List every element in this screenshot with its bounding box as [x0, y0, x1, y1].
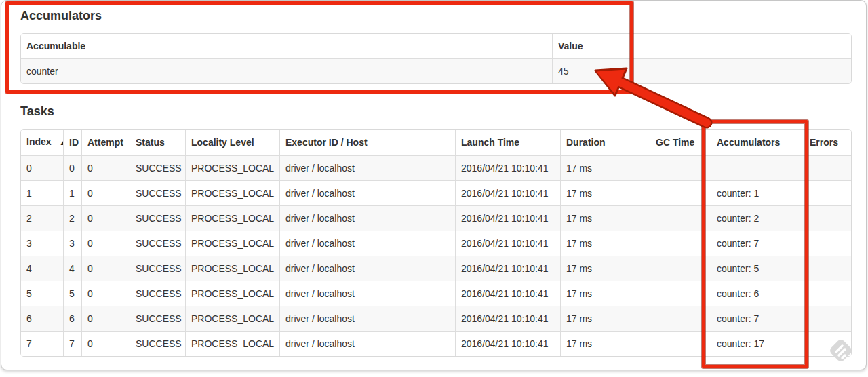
- column-header-status[interactable]: Status: [130, 130, 185, 155]
- gc-time-cell: [650, 231, 711, 256]
- accumulators-section-title: Accumulators: [20, 9, 849, 23]
- launch-time-cell: 2016/04/21 10:10:41: [455, 231, 560, 256]
- attempt-cell: 0: [81, 256, 130, 281]
- index-cell: 7: [21, 331, 63, 356]
- column-header-attempt[interactable]: Attempt: [81, 130, 130, 155]
- column-header-locality-level[interactable]: Locality Level: [185, 130, 279, 155]
- locality-cell: PROCESS_LOCAL: [185, 331, 279, 356]
- id-cell: 6: [63, 306, 81, 331]
- status-cell: SUCCESS: [130, 231, 185, 256]
- status-cell: SUCCESS: [130, 331, 185, 356]
- accumulators-cell: counter: 1: [711, 180, 804, 205]
- attempt-cell: 0: [81, 231, 130, 256]
- accumulable-name-cell: counter: [21, 58, 552, 83]
- status-cell: SUCCESS: [130, 180, 185, 205]
- index-header-label: Index: [26, 136, 52, 147]
- accumulators-cell: counter: 5: [711, 256, 804, 281]
- gc-time-cell: [650, 281, 711, 306]
- column-header-launch-time[interactable]: Launch Time: [455, 130, 560, 155]
- index-cell: 2: [21, 205, 63, 231]
- attempt-cell: 0: [81, 306, 130, 331]
- status-cell: SUCCESS: [130, 205, 185, 231]
- errors-cell: [804, 205, 852, 231]
- errors-cell: [804, 231, 852, 256]
- duration-cell: 17 ms: [560, 306, 650, 331]
- executor-cell: driver / localhost: [279, 281, 455, 306]
- tasks-section-title: Tasks: [20, 104, 849, 119]
- launch-time-cell: 2016/04/21 10:10:41: [455, 331, 560, 356]
- errors-cell: [804, 256, 852, 281]
- accumulators-cell: counter: 7: [711, 306, 804, 331]
- attempt-cell: 0: [81, 331, 130, 356]
- gc-time-cell: [650, 306, 711, 331]
- attempt-cell: 0: [81, 281, 130, 306]
- gc-time-cell: [650, 256, 711, 281]
- column-header-index[interactable]: Index▲: [21, 130, 63, 155]
- status-cell: SUCCESS: [130, 155, 185, 180]
- locality-cell: PROCESS_LOCAL: [185, 281, 279, 306]
- task-row: 3 3 0 SUCCESS PROCESS_LOCAL driver / loc…: [21, 231, 852, 256]
- task-row: 2 2 0 SUCCESS PROCESS_LOCAL driver / loc…: [21, 205, 852, 231]
- accumulators-cell: [711, 155, 804, 180]
- index-cell: 0: [21, 155, 63, 180]
- executor-cell: driver / localhost: [279, 306, 455, 331]
- index-cell: 1: [21, 180, 63, 205]
- id-cell: 3: [63, 231, 81, 256]
- column-header-errors[interactable]: Errors: [804, 130, 852, 155]
- launch-time-cell: 2016/04/21 10:10:41: [455, 155, 560, 180]
- column-header-value[interactable]: Value: [552, 34, 852, 58]
- locality-cell: PROCESS_LOCAL: [185, 155, 279, 180]
- tasks-header-row: Index▲ ID Attempt Status Locality Level …: [21, 130, 852, 155]
- duration-cell: 17 ms: [560, 155, 650, 180]
- attempt-cell: 0: [81, 180, 130, 205]
- column-header-gc-time[interactable]: GC Time: [650, 130, 711, 155]
- duration-cell: 17 ms: [560, 231, 650, 256]
- status-cell: SUCCESS: [130, 281, 185, 306]
- duration-cell: 17 ms: [560, 205, 650, 231]
- executor-cell: driver / localhost: [279, 331, 455, 356]
- column-header-id[interactable]: ID: [63, 130, 81, 155]
- task-row: 0 0 0 SUCCESS PROCESS_LOCAL driver / loc…: [21, 155, 852, 180]
- launch-time-cell: 2016/04/21 10:10:41: [455, 256, 560, 281]
- id-cell: 2: [63, 205, 81, 231]
- task-row: 6 6 0 SUCCESS PROCESS_LOCAL driver / loc…: [21, 306, 852, 331]
- id-cell: 1: [63, 180, 81, 205]
- task-row: 7 7 0 SUCCESS PROCESS_LOCAL driver / loc…: [21, 331, 852, 356]
- page-content: Accumulators Accumulable Value counter 4…: [1, 1, 866, 357]
- executor-cell: driver / localhost: [279, 180, 455, 205]
- locality-cell: PROCESS_LOCAL: [185, 256, 279, 281]
- duration-cell: 17 ms: [560, 256, 650, 281]
- attempt-cell: 0: [81, 155, 130, 180]
- accumulators-table: Accumulable Value counter 45: [20, 33, 852, 84]
- accumulators-cell: counter: 6: [711, 281, 804, 306]
- errors-cell: [804, 306, 852, 331]
- task-row: 1 1 0 SUCCESS PROCESS_LOCAL driver / loc…: [21, 180, 852, 205]
- id-cell: 5: [63, 281, 81, 306]
- executor-cell: driver / localhost: [279, 205, 455, 231]
- accumulators-header-row: Accumulable Value: [21, 34, 852, 58]
- column-header-accumulable[interactable]: Accumulable: [21, 34, 552, 58]
- errors-cell: [804, 155, 852, 180]
- launch-time-cell: 2016/04/21 10:10:41: [455, 180, 560, 205]
- status-cell: SUCCESS: [130, 256, 185, 281]
- launch-time-cell: 2016/04/21 10:10:41: [455, 281, 560, 306]
- duration-cell: 17 ms: [560, 331, 650, 356]
- column-header-executor-id-host[interactable]: Executor ID / Host: [279, 130, 455, 155]
- index-cell: 5: [21, 281, 63, 306]
- id-cell: 4: [63, 256, 81, 281]
- index-cell: 3: [21, 231, 63, 256]
- spark-ui-page: Accumulators Accumulable Value counter 4…: [1, 0, 867, 370]
- column-header-accumulators[interactable]: Accumulators: [711, 130, 804, 155]
- column-header-duration[interactable]: Duration: [560, 130, 650, 155]
- index-cell: 6: [21, 306, 63, 331]
- launch-time-cell: 2016/04/21 10:10:41: [455, 306, 560, 331]
- errors-cell: [804, 281, 852, 306]
- locality-cell: PROCESS_LOCAL: [185, 231, 279, 256]
- tasks-table: Index▲ ID Attempt Status Locality Level …: [20, 129, 852, 357]
- executor-cell: driver / localhost: [279, 231, 455, 256]
- index-cell: 4: [21, 256, 63, 281]
- status-cell: SUCCESS: [130, 306, 185, 331]
- accumulable-value-cell: 45: [552, 58, 852, 83]
- id-cell: 0: [63, 155, 81, 180]
- sort-ascending-icon: ▲: [60, 139, 63, 146]
